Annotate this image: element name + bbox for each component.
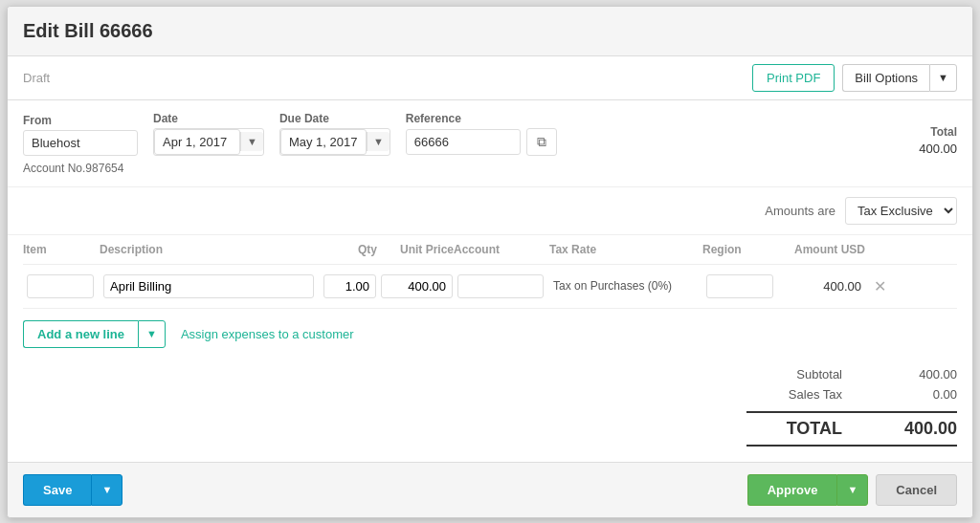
qty-input[interactable] [323, 274, 376, 298]
add-new-line-button[interactable]: Add a new line [23, 320, 138, 348]
header-description: Description [100, 243, 320, 256]
print-pdf-button[interactable]: Print PDF [752, 64, 835, 92]
amounts-select-group: Tax Exclusive Tax Inclusive No Tax [845, 197, 957, 225]
amounts-row: Amounts are Tax Exclusive Tax Inclusive … [8, 187, 972, 235]
amounts-label: Amounts are [765, 204, 835, 218]
line-items-header: Item Description Qty Unit Price Account … [23, 235, 957, 265]
reference-field-group: Reference ⧉ [406, 112, 557, 156]
grand-total-row: TOTAL 400.00 [746, 411, 957, 447]
cell-item [23, 272, 100, 300]
from-field-group: From [23, 114, 138, 156]
date-calendar-icon[interactable]: ▼ [240, 132, 263, 151]
cell-account [454, 272, 549, 300]
approve-split-button: Approve ▼ [747, 474, 869, 506]
reference-label: Reference [406, 112, 557, 125]
cell-unit-price [377, 272, 454, 300]
sales-tax-label: Sales Tax [746, 387, 842, 402]
chevron-down-icon: ▼ [146, 328, 157, 339]
form-row: From Date ▼ Due Date ▼ Reference [23, 112, 957, 156]
date-label: Date [153, 112, 264, 125]
copy-button[interactable]: ⧉ [526, 128, 557, 156]
table-row: Tax on Purchases (0%) 400.00 ✕ [23, 265, 957, 309]
total-label: Total [930, 125, 957, 139]
grand-total-label: TOTAL [746, 419, 842, 439]
item-input[interactable] [27, 274, 94, 298]
page-title: Edit Bill 66666 [23, 20, 957, 42]
grand-total-value: 400.00 [880, 419, 957, 439]
due-date-label: Due Date [279, 112, 390, 125]
due-date-field-group: Due Date ▼ [279, 112, 390, 156]
save-button[interactable]: Save [23, 474, 91, 506]
header-tax-rate: Tax Rate [549, 243, 702, 256]
form-section: From Date ▼ Due Date ▼ Reference [8, 100, 972, 187]
from-input[interactable] [23, 130, 138, 156]
add-new-line-arrow-button[interactable]: ▼ [138, 320, 166, 348]
bill-options-arrow-button[interactable]: ▼ [929, 64, 957, 92]
bill-options-split-button: Bill Options ▼ [842, 64, 957, 92]
amounts-select[interactable]: Tax Exclusive Tax Inclusive No Tax [846, 198, 956, 224]
footer-right-actions: Approve ▼ Cancel [747, 474, 957, 506]
cell-description [100, 272, 320, 300]
remove-icon: ✕ [874, 278, 886, 294]
cell-region [702, 272, 779, 300]
title-bar: Edit Bill 66666 [8, 7, 972, 56]
cell-qty [320, 272, 377, 300]
date-input[interactable] [154, 129, 240, 155]
remove-line-button[interactable]: ✕ [865, 277, 894, 295]
account-input[interactable] [457, 274, 544, 298]
totals-section: Subtotal 400.00 Sales Tax 0.00 TOTAL 400… [8, 360, 972, 462]
cell-amount: 400.00 [779, 277, 865, 295]
header-actions [865, 243, 894, 256]
approve-arrow-button[interactable]: ▼ [836, 474, 868, 506]
reference-input[interactable] [406, 129, 521, 155]
sales-tax-value: 0.00 [880, 387, 957, 402]
total-field-group: Total 400.00 [880, 125, 957, 156]
chevron-down-icon: ▼ [938, 72, 948, 83]
copy-icon: ⧉ [537, 134, 546, 149]
sales-tax-row: Sales Tax 0.00 [746, 387, 957, 402]
add-line-section: Add a new line ▼ Assign expenses to a cu… [8, 309, 972, 360]
header-qty: Qty [320, 243, 377, 256]
subtotal-label: Subtotal [746, 367, 842, 381]
chevron-down-icon: ▼ [847, 484, 858, 495]
header-unit-price: Unit Price [377, 243, 454, 256]
approve-button[interactable]: Approve [747, 474, 837, 506]
from-label: From [23, 114, 138, 127]
header-item: Item [23, 243, 100, 256]
cancel-button[interactable]: Cancel [876, 474, 957, 506]
unit-price-input[interactable] [381, 274, 453, 298]
header-account: Account [454, 243, 549, 256]
total-value: 400.00 [880, 142, 957, 156]
subtotal-row: Subtotal 400.00 [746, 367, 957, 381]
main-window: Edit Bill 66666 Draft Print PDF Bill Opt… [7, 6, 973, 518]
region-input[interactable] [706, 274, 773, 298]
footer-left-actions: Save ▼ [23, 474, 122, 506]
bill-options-button[interactable]: Bill Options [842, 64, 929, 92]
save-split-button: Save ▼ [23, 474, 122, 506]
due-date-calendar-icon[interactable]: ▼ [367, 132, 390, 151]
header-amount-usd: Amount USD [779, 243, 865, 256]
status-badge: Draft [23, 71, 50, 85]
chevron-down-icon: ▼ [101, 484, 112, 495]
save-arrow-button[interactable]: ▼ [91, 474, 122, 506]
date-field-group: Date ▼ [153, 112, 264, 156]
date-field: ▼ [153, 128, 264, 156]
toolbar: Draft Print PDF Bill Options ▼ [8, 56, 972, 100]
due-date-input[interactable] [280, 129, 367, 155]
toolbar-actions: Print PDF Bill Options ▼ [752, 64, 957, 92]
cell-tax-rate: Tax on Purchases (0%) [549, 277, 702, 294]
add-line-split-button: Add a new line ▼ [23, 320, 166, 348]
subtotal-value: 400.00 [880, 367, 957, 381]
assign-expenses-link[interactable]: Assign expenses to a customer [181, 327, 354, 341]
due-date-field: ▼ [279, 128, 390, 156]
description-input[interactable] [103, 274, 314, 298]
footer: Save ▼ Approve ▼ Cancel [8, 462, 972, 517]
line-items-section: Item Description Qty Unit Price Account … [8, 235, 972, 309]
header-region: Region [702, 243, 779, 256]
account-number: Account No.987654 [23, 162, 957, 175]
